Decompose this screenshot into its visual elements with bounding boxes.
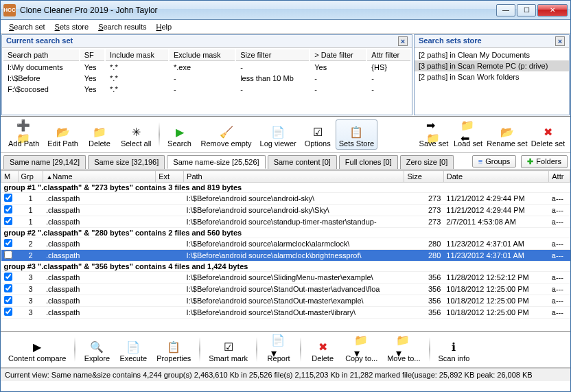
smart-mark-icon: ☑ <box>221 339 236 354</box>
report-icon: 📄▾ <box>271 339 286 354</box>
file-row[interactable]: 3.classpathI:\$Before\android source\Sta… <box>1 284 570 295</box>
search-button[interactable]: ▶Search <box>163 119 196 150</box>
search-sets-store-panel: Search sets store × [2 paths] in Clean M… <box>414 34 570 115</box>
column-header[interactable]: Include mask <box>106 49 168 61</box>
menu-search-results[interactable]: Search results <box>94 21 150 32</box>
column-header[interactable]: Search path <box>3 49 79 61</box>
file-row[interactable]: 1.classpathI:\$Before\android source\sta… <box>1 216 570 228</box>
sets-store-item[interactable]: [2 paths] in Scan Work folders <box>415 71 569 82</box>
delete-set-button[interactable]: ✖Delete set <box>530 119 566 150</box>
file-row[interactable]: 1.classpathI:\$Before\android source\and… <box>1 205 570 216</box>
panel-title-text: Search sets store <box>419 36 482 46</box>
tab[interactable]: Zero size [0] <box>400 155 454 169</box>
copy-to-icon: 📁▾ <box>354 339 369 354</box>
smart-mark-button[interactable]: ☑Smart mark <box>205 334 251 365</box>
load-set-button[interactable]: 📁⬅Load set <box>452 119 485 150</box>
close-button[interactable]: ✕ <box>537 4 568 16</box>
column-header[interactable]: Size filter <box>236 49 309 61</box>
minimize-button[interactable]: — <box>496 4 515 16</box>
grid-column-header[interactable]: Grp <box>18 171 43 183</box>
tab[interactable]: Full clones [0] <box>339 155 398 169</box>
log-viewer-button[interactable]: 📄Log viewer <box>257 119 300 150</box>
search-path-row[interactable]: F:\$cocosedYes*.*---- <box>3 84 410 94</box>
app-icon: HCC <box>3 4 16 16</box>
content-compare-button[interactable]: ▶Content compare <box>5 334 69 365</box>
file-row[interactable]: 3.classpathI:\$Before\android source\Sta… <box>1 295 570 307</box>
grid-column-header[interactable]: Size <box>404 171 443 183</box>
rename-set-icon: 📂 <box>500 124 515 139</box>
file-row[interactable]: 2.classpathI:\$Before\android source\ala… <box>1 238 570 250</box>
tab[interactable]: Same name-size [25,526] <box>167 155 265 169</box>
sets-store-item[interactable]: [2 paths] in Clean My Documents <box>415 49 569 60</box>
rename-set-button[interactable]: 📂Rename set <box>486 119 528 150</box>
move-to-button[interactable]: 📁▾Move to... <box>384 334 423 365</box>
search-icon: ▶ <box>172 124 187 139</box>
mark-checkbox[interactable] <box>4 284 12 292</box>
mark-checkbox[interactable] <box>4 239 12 247</box>
grid-column-header[interactable]: M <box>1 171 19 183</box>
file-row[interactable]: 3.classpathI:\$Before\android source\Sta… <box>1 307 570 319</box>
grid-column-header[interactable]: Path <box>184 171 404 183</box>
tab[interactable]: Same content [0] <box>268 155 337 169</box>
mark-checkbox[interactable] <box>4 273 12 281</box>
titlebar: HCC Clone Cleaner Pro 2019 - John Taylor… <box>1 1 570 20</box>
search-path-row[interactable]: I:\My documentsYes*.**.exe-Yes{HS} <box>3 62 410 72</box>
group-header-row[interactable]: group #2 ".classpath" & "280 bytes" cont… <box>1 228 570 238</box>
mark-checkbox[interactable] <box>4 217 12 225</box>
maximize-button[interactable]: ☐ <box>517 4 536 16</box>
file-row[interactable]: 3.classpathI:\$Before\android source\Sli… <box>1 272 570 284</box>
copy-to-button[interactable]: 📁▾Copy to... <box>342 334 381 365</box>
mark-checkbox[interactable] <box>4 296 12 304</box>
file-row[interactable]: 2.classpathI:\$Before\android source\ala… <box>1 250 570 262</box>
content-compare-icon: ▶ <box>30 339 45 354</box>
column-header[interactable]: SF <box>80 49 104 61</box>
toolbar-main: ➕📁Add Path📂Edit Path📁Delete✳Select all▶S… <box>1 117 413 153</box>
sets-store-button[interactable]: 📋Sets Store <box>336 119 377 150</box>
explore-button[interactable]: 🔍Explore <box>80 334 113 365</box>
column-header[interactable]: Exclude mask <box>170 49 235 61</box>
delete-path-icon: 📁 <box>92 124 107 139</box>
mark-checkbox[interactable] <box>4 251 12 259</box>
delete-path-button[interactable]: 📁Delete <box>83 119 116 150</box>
mark-checkbox[interactable] <box>4 194 12 202</box>
grid-column-header[interactable]: Attr <box>549 171 570 183</box>
properties-icon: 📋 <box>166 339 181 354</box>
scan-info-button[interactable]: ℹScan info <box>435 334 474 365</box>
menu-help[interactable]: Help <box>152 21 176 32</box>
column-header[interactable]: > Date filter <box>310 49 366 61</box>
results-grid[interactable]: MGrp▲NameExtPathSizeDateAttr group #1 ".… <box>1 170 570 332</box>
groups-button[interactable]: ≡Groups <box>472 155 517 168</box>
grid-column-header[interactable]: Date <box>443 171 549 183</box>
delete-files-button[interactable]: ✖Delete <box>306 334 339 365</box>
options-button[interactable]: ☑Options <box>301 119 334 150</box>
panel-close-icon[interactable]: × <box>555 36 565 46</box>
toolbar-bottom: ▶Content compare🔍Explore📄Execute📋Propert… <box>1 332 570 368</box>
select-all-button[interactable]: ✳Select all <box>117 119 155 150</box>
edit-path-button[interactable]: 📂Edit Path <box>44 119 82 150</box>
column-header[interactable]: Attr filter <box>367 49 410 61</box>
menu-search-set[interactable]: Search set <box>5 21 49 32</box>
tab[interactable]: Same size [32,196] <box>88 155 165 169</box>
folders-button[interactable]: ✚Folders <box>521 155 568 168</box>
tab[interactable]: Same name [29,142] <box>3 155 86 169</box>
search-path-table: Search pathSFInclude maskExclude maskSiz… <box>2 48 412 95</box>
mark-checkbox[interactable] <box>4 308 12 316</box>
report-button[interactable]: 📄▾Report <box>262 334 295 365</box>
file-row[interactable]: 1.classpathI:\$Before\android source\and… <box>1 193 570 205</box>
log-viewer-icon: 📄 <box>270 124 286 139</box>
search-path-row[interactable]: I:\$BeforeYes*.*-less than 10 Mb-- <box>3 73 410 83</box>
execute-button[interactable]: 📄Execute <box>116 334 150 365</box>
properties-button[interactable]: 📋Properties <box>153 334 194 365</box>
group-header-row[interactable]: group #1 ".classpath" & "273 bytes" cont… <box>1 183 570 193</box>
panel-close-icon[interactable]: × <box>398 36 408 46</box>
grid-column-header[interactable]: ▲Name <box>43 171 156 183</box>
mark-checkbox[interactable] <box>4 205 12 214</box>
menu-sets-store[interactable]: Sets store <box>51 21 93 32</box>
save-set-button[interactable]: ➡📁Save set <box>417 119 450 150</box>
remove-empty-button[interactable]: 🧹Remove empty <box>198 119 255 150</box>
grid-column-header[interactable]: Ext <box>156 171 184 183</box>
add-path-button[interactable]: ➕📁Add Path <box>5 119 43 150</box>
group-header-row[interactable]: group #3 ".classpath" & "356 bytes" cont… <box>1 262 570 272</box>
sets-store-item[interactable]: [3 paths] in Scan Remote PC (p: drive) <box>415 60 569 71</box>
move-to-icon: 📁▾ <box>396 339 411 354</box>
